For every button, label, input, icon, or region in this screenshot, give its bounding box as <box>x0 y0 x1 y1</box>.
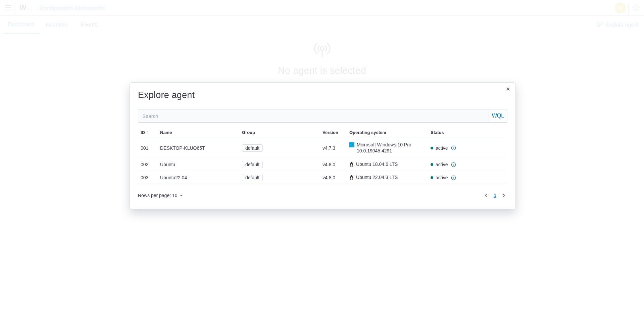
divider <box>32 3 32 15</box>
close-icon[interactable]: × <box>503 85 513 94</box>
group-badge[interactable]: default <box>242 174 263 181</box>
tab-dashboard[interactable]: Dashboard <box>3 16 40 34</box>
table-row[interactable]: 002 Ubuntu default v4.8.0 <box>138 158 507 171</box>
menu-icon[interactable] <box>5 5 11 10</box>
svg-text:?: ? <box>453 147 454 150</box>
table-footer: Rows per page: 10 1 <box>138 191 507 199</box>
agent-os-cell: Ubuntu 18.04.6 LTS <box>347 162 428 168</box>
wazuh-logo[interactable]: W. <box>19 3 28 12</box>
agent-id-cell: 001 <box>138 145 157 151</box>
page-number-1[interactable]: 1 <box>494 193 496 198</box>
status-help-icon[interactable]: ? <box>451 162 456 167</box>
table-body: 001 DESKTOP-KLUO65T default v4.7.3 <box>138 138 507 184</box>
column-header-version[interactable]: Version <box>320 130 347 135</box>
column-header-id[interactable]: ID ↑ <box>138 130 157 135</box>
table-row[interactable]: 001 DESKTOP-KLUO65T default v4.7.3 <box>138 138 507 158</box>
rows-per-page-selector[interactable]: Rows per page: 10 <box>138 193 183 198</box>
group-badge[interactable]: default <box>242 144 263 152</box>
agent-name-cell: DESKTOP-KLUO65T <box>157 145 239 151</box>
agent-status-cell: active ? <box>428 162 507 167</box>
status-active-dot <box>431 147 433 149</box>
svg-text:?: ? <box>453 176 454 179</box>
agent-version-cell: v4.7.3 <box>320 145 347 151</box>
linux-icon <box>349 162 354 167</box>
status-label: active <box>436 162 448 167</box>
status-label: active <box>436 145 448 151</box>
agent-name-cell: Ubuntu <box>157 162 239 167</box>
help-icon[interactable]: ? <box>633 5 640 11</box>
column-header-name[interactable]: Name <box>157 130 239 135</box>
os-name-text: Microsoft Windows 10 Pro 10.0.19045.4291 <box>357 142 425 154</box>
agent-name-cell: Ubuntu22.04 <box>157 175 239 180</box>
modal-title: Explore agent <box>138 90 507 100</box>
tab-events[interactable]: Events <box>76 16 103 34</box>
agent-version-cell: v4.8.0 <box>320 162 347 167</box>
agent-group-cell: default <box>239 174 320 181</box>
module-breadcrumb-badge[interactable]: Configuration Assessment <box>36 4 108 12</box>
agents-table: ID ↑ Name Group Version Operating system… <box>138 127 507 184</box>
divider <box>16 3 16 15</box>
explore-agent-link[interactable]: Explore agent <box>596 16 639 34</box>
linux-icon <box>349 175 354 180</box>
module-tabs-bar: Dashboard Inventory Events Explore agent <box>0 16 644 34</box>
previous-page-button[interactable] <box>483 191 490 199</box>
status-help-icon[interactable]: ? <box>451 145 456 150</box>
column-header-status[interactable]: Status <box>428 130 507 135</box>
agent-group-cell: default <box>239 144 320 152</box>
divider <box>628 3 629 15</box>
agent-os-cell: Microsoft Windows 10 Pro 10.0.19045.4291 <box>347 142 428 154</box>
status-active-dot <box>431 176 433 179</box>
svg-text:?: ? <box>453 163 454 166</box>
pagination: 1 <box>483 191 507 199</box>
os-name-text: Ubuntu 18.04.6 LTS <box>356 162 398 168</box>
explore-agent-modal: × Explore agent WQL ID ↑ Name Group Vers… <box>130 82 516 210</box>
agent-status-cell: active ? <box>428 145 507 151</box>
sort-ascending-icon: ↑ <box>147 130 149 135</box>
os-name-text: Ubuntu 22.04.3 LTS <box>356 175 398 181</box>
table-row[interactable]: 003 Ubuntu22.04 default v4.8.0 <box>138 171 507 184</box>
table-header-row: ID ↑ Name Group Version Operating system… <box>138 127 507 138</box>
status-label: active <box>436 175 448 180</box>
agent-id-cell: 002 <box>138 162 157 167</box>
chevron-left-icon <box>484 193 489 198</box>
top-navigation-bar: W. Configuration Assessment a ? <box>0 0 644 16</box>
antenna-icon <box>313 42 331 60</box>
agent-search-bar: WQL <box>138 109 507 123</box>
chevron-down-icon <box>179 193 183 197</box>
agent-os-cell: Ubuntu 22.04.3 LTS <box>347 175 428 181</box>
avatar[interactable]: a <box>615 2 626 13</box>
explore-agent-label: Explore agent <box>605 22 639 28</box>
antenna-icon <box>596 21 603 28</box>
wazuh-app-page: W. Configuration Assessment a ? Dashboar… <box>0 0 644 323</box>
rows-per-page-label: Rows per page: 10 <box>138 193 178 198</box>
wql-button[interactable]: WQL <box>489 109 507 122</box>
windows-icon <box>349 142 354 147</box>
agent-group-cell: default <box>239 161 320 168</box>
status-help-icon[interactable]: ? <box>451 175 456 180</box>
empty-state-message: No agent is selected <box>0 65 644 76</box>
empty-state: No agent is selected <box>0 34 644 76</box>
chevron-right-icon <box>501 193 506 198</box>
agent-id-cell: 003 <box>138 175 157 180</box>
column-header-group[interactable]: Group <box>239 130 320 135</box>
agent-status-cell: active ? <box>428 175 507 180</box>
agent-version-cell: v4.8.0 <box>320 175 347 180</box>
search-input[interactable] <box>138 109 489 122</box>
next-page-button[interactable] <box>500 191 507 199</box>
status-active-dot <box>431 163 433 166</box>
group-badge[interactable]: default <box>242 161 263 168</box>
tab-inventory[interactable]: Inventory <box>40 16 73 34</box>
column-header-os[interactable]: Operating system <box>347 130 428 135</box>
